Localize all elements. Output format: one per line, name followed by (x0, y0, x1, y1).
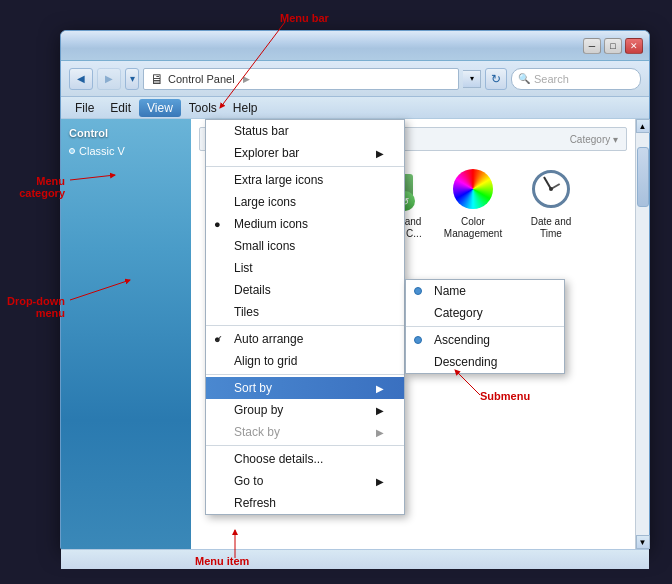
scroll-down-arrow[interactable]: ▼ (636, 535, 650, 549)
view-dropdown-menu: Status barExplorer bar▶Extra large icons… (205, 119, 405, 515)
title-bar: ─ □ ✕ (61, 31, 649, 61)
dropdown-menu-item[interactable]: ●✓Auto arrange (206, 328, 404, 350)
scroll-up-arrow[interactable]: ▲ (636, 119, 650, 133)
forward-button[interactable]: ▶ (97, 68, 121, 90)
menu-item-label: Choose details... (234, 452, 323, 466)
menu-view[interactable]: View (139, 99, 181, 117)
menu-item-label: Small icons (234, 239, 295, 253)
menu-item-label: Align to grid (234, 354, 297, 368)
dropdown-menu-item[interactable]: Go to▶ (206, 470, 404, 492)
check-icon: ✓ (214, 333, 223, 346)
menu-tools[interactable]: Tools (181, 99, 225, 117)
refresh-button[interactable]: ↻ (485, 68, 507, 90)
dropdown-menu-item[interactable]: Extra large icons (206, 169, 404, 191)
menu-item-label: Extra large icons (234, 173, 323, 187)
dropdown-menu-item[interactable]: Choose details... (206, 448, 404, 470)
menu-edit[interactable]: Edit (102, 99, 139, 117)
submenu-arrow-icon: ▶ (376, 148, 384, 159)
submenu-arrow-icon: ▶ (376, 427, 384, 438)
menu-separator (206, 325, 404, 326)
dropdown-arrow-button[interactable]: ▾ (125, 68, 139, 90)
submenu-item-label: Name (434, 284, 466, 298)
submenu-item[interactable]: Descending (406, 351, 564, 373)
dropdown-annotation-label: Drop-down menu (5, 295, 65, 319)
toolbar: ◀ ▶ ▾ 🖥 Control Panel ▶ ▾ ↻ 🔍 Search (61, 61, 649, 97)
menu-item-label: List (234, 261, 253, 275)
dropdown-menu-item[interactable]: ●Medium icons (206, 213, 404, 235)
submenu-separator (406, 326, 564, 327)
menu-item-label: Auto arrange (234, 332, 303, 346)
sidebar: Control Classic V (61, 119, 191, 549)
submenu-bullet (414, 287, 422, 295)
dropdown-menu-item[interactable]: Group by▶ (206, 399, 404, 421)
sortby-submenu: NameCategoryAscendingDescending (405, 279, 565, 374)
search-bar[interactable]: 🔍 Search (511, 68, 641, 90)
checkmark-icon: ● (214, 218, 221, 230)
menu-bar: File Edit View Tools Help (61, 97, 649, 119)
menu-separator (206, 445, 404, 446)
submenu-bullet (414, 336, 422, 344)
menu-item-label: Tiles (234, 305, 259, 319)
menu-item-label: Large icons (234, 195, 296, 209)
submenu-arrow-icon: ▶ (376, 405, 384, 416)
dropdown-menu-item[interactable]: Tiles (206, 301, 404, 323)
minimize-button[interactable]: ─ (583, 38, 601, 54)
submenu-item-label: Category (434, 306, 483, 320)
menu-item-label: Stack by (234, 425, 280, 439)
icon-label: Color Management (441, 216, 505, 240)
status-bar (61, 549, 649, 569)
address-bar[interactable]: 🖥 Control Panel ▶ (143, 68, 459, 90)
submenu-item-label: Descending (434, 355, 497, 369)
menu-separator (206, 374, 404, 375)
dropdown-menu-item: Stack by▶ (206, 421, 404, 443)
submenu-item[interactable]: Name (406, 280, 564, 302)
sidebar-title: Control (69, 127, 183, 139)
icon-item[interactable]: Date and Time (515, 161, 587, 244)
submenu-arrow-icon: ▶ (376, 383, 384, 394)
sidebar-item[interactable]: Classic V (69, 145, 183, 157)
maximize-button[interactable]: □ (604, 38, 622, 54)
menu-item-label: Go to (234, 474, 263, 488)
menu-item-label: Sort by (234, 381, 272, 395)
menu-item-label: Medium icons (234, 217, 308, 231)
dropdown-menu-item[interactable]: Large icons (206, 191, 404, 213)
dropdown-menu-item[interactable]: Sort by▶ (206, 377, 404, 399)
scrollbar-vertical[interactable]: ▲ ▼ (635, 119, 649, 549)
title-bar-controls: ─ □ ✕ (583, 38, 643, 54)
menucategory-annotation-label: Menu category (5, 175, 65, 199)
submenu-item[interactable]: Category (406, 302, 564, 324)
menu-help[interactable]: Help (225, 99, 266, 117)
window: ─ □ ✕ ◀ ▶ ▾ 🖥 Control Panel ▶ ▾ ↻ 🔍 Sear… (60, 30, 650, 550)
close-button[interactable]: ✕ (625, 38, 643, 54)
menu-separator (206, 166, 404, 167)
dropdown-menu-item[interactable]: List (206, 257, 404, 279)
submenu-item[interactable]: Ascending (406, 329, 564, 351)
submenu-item-label: Ascending (434, 333, 490, 347)
submenu-annotation-label: Submenu (480, 390, 530, 402)
icon-label: Date and Time (519, 216, 583, 240)
menu-item-label: Details (234, 283, 271, 297)
menubar-annotation-label: Menu bar (280, 12, 329, 24)
menu-item-label: Refresh (234, 496, 276, 510)
dropdown-menu-item[interactable]: Small icons (206, 235, 404, 257)
scrollbar-thumb[interactable] (637, 147, 649, 207)
menu-item-label: Group by (234, 403, 283, 417)
menu-item-label: Status bar (234, 124, 289, 138)
dropdown-menu-item[interactable]: Align to grid (206, 350, 404, 372)
menuitem-annotation-label: Menu item (195, 555, 249, 567)
icon-item[interactable]: Color Management (437, 161, 509, 244)
dropdown-menu-item[interactable]: Status bar (206, 120, 404, 142)
menu-file[interactable]: File (67, 99, 102, 117)
dropdown-menu-item[interactable]: Details (206, 279, 404, 301)
dropdown-menu-item[interactable]: Refresh (206, 492, 404, 514)
sidebar-bullet (69, 148, 75, 154)
dropdown-menu-item[interactable]: Explorer bar▶ (206, 142, 404, 164)
menu-item-label: Explorer bar (234, 146, 299, 160)
submenu-arrow-icon: ▶ (376, 476, 384, 487)
address-dropdown[interactable]: ▾ (463, 70, 481, 88)
back-button[interactable]: ◀ (69, 68, 93, 90)
